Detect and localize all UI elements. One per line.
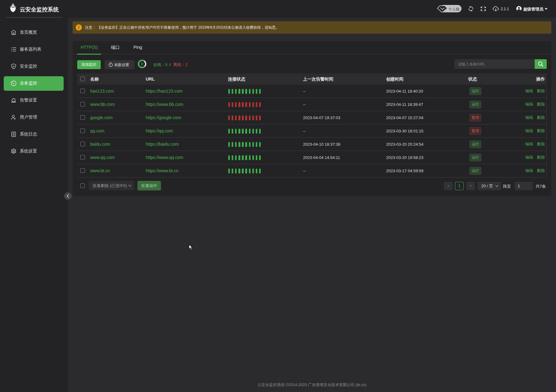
svg-text:0: 0 bbox=[141, 62, 143, 66]
